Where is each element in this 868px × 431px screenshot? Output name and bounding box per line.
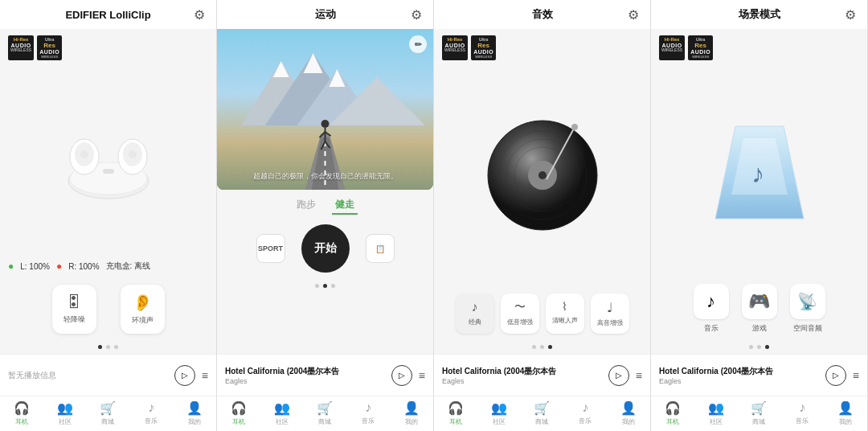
nav-earphones-1[interactable]: 🎧 耳机 [0,400,43,429]
battery-info: ● L: 100% ● R: 100% 充电盒: 离线 [0,257,216,278]
preset-treble[interactable]: ♩ 高音增强 [591,293,629,334]
play-button-4[interactable]: ▷ [825,365,846,386]
preset-vocal[interactable]: ⌇ 清晰人声 [546,293,584,334]
nav-profile-2[interactable]: 👤 我的 [390,400,433,429]
sport-image: 超越自己的极限，你会发现自己的潜能无限。 [217,29,433,190]
nav-earphones-3[interactable]: 🎧 耳机 [434,400,477,429]
nav-shop-4[interactable]: 🛒 商城 [738,400,781,429]
run-tabs: 跑步 健走 [217,190,433,218]
play-button-1[interactable]: ▷ [174,365,195,386]
queue-button-1[interactable]: ≡ [202,369,208,382]
scene-spatial[interactable]: 📡 空间音频 [790,284,825,334]
panel-header-scene: 场景模式 ⚙ [651,0,867,29]
tab-walk[interactable]: 健走 [332,196,358,215]
scene-game[interactable]: 🎮 游戏 [742,284,777,334]
settings-icon-sound[interactable]: ⚙ [628,7,642,22]
nav-music-1[interactable]: ♪ 音乐 [129,400,173,429]
scene-music[interactable]: ♪ 音乐 [694,284,729,334]
spatial-scene-icon: 📡 [797,292,817,311]
tab-run[interactable]: 跑步 [293,196,319,215]
preset-bass[interactable]: 〜 低音增强 [501,293,539,334]
sport-preset-btn[interactable]: SPORT [256,234,285,263]
queue-button-2[interactable]: ≡ [419,369,425,382]
noise-cancel-btn[interactable]: 🎛 轻降噪 [52,285,96,334]
player-controls-2[interactable]: ▷ ≡ [391,365,425,386]
nav-community-4[interactable]: 👥 社区 [694,400,738,429]
start-button[interactable]: 开始 [301,224,350,273]
nav-music-2[interactable]: ♪ 音乐 [346,400,390,429]
left-dot: ● [8,261,14,272]
nav-shop-1[interactable]: 🛒 商城 [87,400,130,429]
play-button-3[interactable]: ▷ [608,365,629,386]
preset-classic[interactable]: ♪ 经典 [456,293,494,334]
lolliclip-content: Hi·Res AUDIO WIRELESS Ultra Res AUDIO WI… [0,29,216,354]
shop-icon-4: 🛒 [751,400,767,416]
player-controls-3[interactable]: ▷ ≡ [608,365,642,386]
player-1: 暂无播放信息 ▷ ≡ [0,354,216,396]
sound-dot-1 [532,345,536,349]
panel-title-sport: 运动 [315,7,336,22]
treble-label: 高音增强 [597,318,623,327]
music-label: 音乐 [145,417,158,425]
vinyl-container [434,64,650,287]
nav-earphones-4[interactable]: 🎧 耳机 [651,400,694,429]
ultra-badge-sound: Ultra Res AUDIO WIRELESS [471,35,496,60]
music-icon-4: ♪ [799,400,805,415]
music-icon-3: ♪ [582,400,588,415]
svg-point-20 [321,120,330,128]
svg-point-33 [571,124,578,130]
panel-3-bottom: Hotel California (2004墨尔本告 Eagles ▷ ≡ 🎧 … [434,354,650,431]
sport-dot-3 [331,284,335,288]
hires-badge-scene: Hi·Res AUDIO WIRELESS [659,35,685,60]
settings-icon[interactable]: ⚙ [194,7,208,22]
scene-content: Hi·Res AUDIO WIRELESS Ultra Res AUDIO WI… [651,29,867,354]
panel-sport: 运动 ⚙ [217,0,434,431]
panel-1-bottom: 暂无播放信息 ▷ ≡ 🎧 耳机 👥 社区 🛒 商城 ♪ 音乐 [0,354,216,431]
left-battery: L: 100% [20,262,50,271]
hires-badge-sound: Hi·Res AUDIO WIRELESS [442,35,468,60]
play-button-2[interactable]: ▷ [391,365,412,386]
sound-presets: ♪ 经典 〜 低音增强 ⌇ 清晰人声 ♩ 高音增强 [434,287,650,342]
player-controls-1[interactable]: ▷ ≡ [174,365,208,386]
svg-point-7 [129,150,137,158]
community-label-4: 社区 [710,417,723,426]
svg-rect-8 [103,169,114,174]
ambient-btn[interactable]: 👂 环境声 [121,285,165,334]
nav-community-1[interactable]: 👥 社区 [43,400,87,429]
page-dots-1 [0,342,216,354]
nav-shop-3[interactable]: 🛒 商城 [521,400,564,429]
nav-shop-2[interactable]: 🛒 商城 [304,400,347,429]
nav-earphones-2[interactable]: 🎧 耳机 [217,400,260,429]
player-artist-4: Eagles [659,377,819,385]
music-icon-2: ♪ [365,400,371,415]
ambient-icon: 👂 [133,293,153,312]
nav-music-3[interactable]: ♪ 音乐 [563,400,607,429]
page-dots-2 [217,281,433,293]
player-info-2: Hotel California (2004墨尔本告 Eagles [225,366,385,385]
page-dots-4 [651,342,867,354]
settings-icon-sport[interactable]: ⚙ [411,7,425,22]
queue-button-3[interactable]: ≡ [636,369,642,382]
bass-label: 低音增强 [507,318,533,326]
earphones-icon: 🎧 [14,400,30,416]
nav-music-4[interactable]: ♪ 音乐 [780,400,824,429]
nav-profile-1[interactable]: 👤 我的 [173,400,216,429]
log-btn[interactable]: 📋 [366,234,395,263]
player-controls-4[interactable]: ▷ ≡ [825,365,859,386]
nav-profile-4[interactable]: 👤 我的 [824,400,867,429]
bass-icon: 〜 [514,300,526,314]
queue-button-4[interactable]: ≡ [853,369,859,382]
settings-icon-scene[interactable]: ⚙ [845,7,859,22]
svg-text:♪: ♪ [751,159,764,188]
panel-scene: 场景模式 ⚙ Hi·Res AUDIO WIRELESS Ultra Res A… [651,0,868,431]
profile-label-3: 我的 [622,417,635,426]
shop-icon-3: 🛒 [534,400,550,416]
nav-community-3[interactable]: 👥 社区 [477,400,521,429]
nav-community-2[interactable]: 👥 社区 [260,400,304,429]
earphones-icon-2: 🎧 [231,400,247,416]
scene-visual: ♪ [651,64,867,277]
sport-preset-icon: SPORT [258,244,283,252]
edit-icon[interactable]: ✏ [409,35,427,53]
nav-profile-3[interactable]: 👤 我的 [607,400,650,429]
shop-icon-2: 🛒 [317,400,333,416]
